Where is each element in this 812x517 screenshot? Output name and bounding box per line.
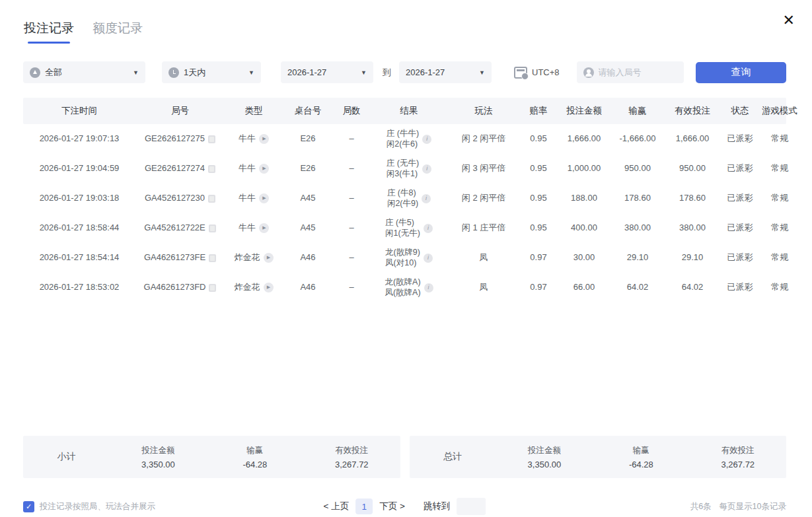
close-icon[interactable]: ✕ xyxy=(783,13,795,28)
merge-checkbox[interactable] xyxy=(23,501,34,512)
cell-time: 2026-01-27 19:03:18 xyxy=(23,193,135,203)
header-winloss: 输赢 xyxy=(610,106,665,117)
round-id: GE2626127275 xyxy=(145,133,205,144)
date-from-select[interactable]: 2026-1-27 xyxy=(281,61,373,83)
tab-betting-records[interactable]: 投注记录 xyxy=(24,20,74,44)
cell-time: 2026-01-27 18:53:02 xyxy=(23,282,135,293)
result-text: 庄 (牛5) 闲1(无牛) xyxy=(385,218,420,238)
current-page[interactable]: 1 xyxy=(355,499,373,514)
table-row: 2026-01-27 18:54:14 GA46261273FE 炸金花 A46… xyxy=(23,243,786,273)
footer-bar: 投注记录按照局、玩法合并展示 < 上页 1 下页 > 跳转到 共6条 每页显示1… xyxy=(23,497,786,516)
chevron-down-icon xyxy=(128,69,139,76)
total-bet-value: 3,350.00 xyxy=(496,460,593,469)
table-header: 下注时间 局号 类型 桌台号 局数 结果 玩法 赔率 投注金额 输赢 有效投注 … xyxy=(23,98,786,124)
prev-page-button[interactable]: < 上页 xyxy=(324,500,350,512)
tab-quota-records[interactable]: 额度记录 xyxy=(92,20,143,44)
play-video-icon[interactable] xyxy=(264,283,274,293)
header-type: 类型 xyxy=(225,106,283,117)
timezone-control[interactable]: UTC+8 xyxy=(514,67,560,79)
cell-play: 闲 3 闲平倍 xyxy=(448,163,519,174)
cell-odds: 0.97 xyxy=(519,252,558,263)
header-odds: 赔率 xyxy=(519,106,558,117)
cell-mode: 常规 xyxy=(760,193,799,203)
summary-bar: 小计 投注金额 3,350.00 输赢 -64.28 有效投注 3,267.72… xyxy=(23,436,786,478)
next-page-button[interactable]: 下页 > xyxy=(379,500,405,512)
copy-icon[interactable] xyxy=(208,195,215,203)
subtotal-bet-label: 投注金额 xyxy=(110,445,206,456)
result-text: 庄 (牛8) 闲2(牛9) xyxy=(387,188,418,209)
cell-table: A46 xyxy=(283,252,333,263)
cell-round: GA4526127230 xyxy=(135,193,225,203)
cell-result: 庄 (无牛) 闲3(牛1) xyxy=(370,158,448,179)
subtotal-winloss-label: 输赢 xyxy=(207,445,303,456)
time-range-select[interactable]: 1天内 xyxy=(162,61,261,83)
subtotal-valid-label: 有效投注 xyxy=(303,445,400,456)
subtotal-bet-value: 3,350.00 xyxy=(110,460,206,469)
total-winloss: 输赢 -64.28 xyxy=(593,445,689,469)
info-icon[interactable] xyxy=(424,254,433,263)
info-icon[interactable] xyxy=(422,194,431,203)
copy-icon[interactable] xyxy=(209,224,216,232)
game-type-value: 全部 xyxy=(45,67,62,79)
info-icon[interactable] xyxy=(422,135,431,144)
subtotal-winloss-value: -64.28 xyxy=(207,460,303,469)
to-label: 到 xyxy=(383,67,391,79)
play-video-icon[interactable] xyxy=(259,193,269,203)
cell-rounds: – xyxy=(333,282,370,293)
query-button[interactable]: 查询 xyxy=(696,62,786,83)
total-winloss-label: 输赢 xyxy=(593,445,689,456)
cell-result: 龙(散牌9) 凤(对10) xyxy=(370,248,448,268)
merge-checkbox-label: 投注记录按照局、玩法合并展示 xyxy=(40,501,155,512)
info-icon[interactable] xyxy=(424,224,433,233)
cell-bet: 1,000.00 xyxy=(558,163,610,174)
cell-odds: 0.95 xyxy=(519,133,558,144)
cell-table: E26 xyxy=(283,163,333,174)
copy-icon[interactable] xyxy=(209,254,216,262)
cell-round: GA46261273FE xyxy=(135,252,225,263)
date-to-select[interactable]: 2026-1-27 xyxy=(399,61,492,83)
info-icon[interactable] xyxy=(422,164,431,174)
play-video-icon[interactable] xyxy=(259,134,269,144)
cell-odds: 0.97 xyxy=(519,282,558,293)
game-type: 牛牛 xyxy=(239,163,256,174)
cell-bet: 1,666.00 xyxy=(558,133,610,144)
cell-mode: 常规 xyxy=(760,282,799,293)
cell-play: 闲 2 闲平倍 xyxy=(448,193,519,203)
play-video-icon[interactable] xyxy=(259,223,269,233)
result-text: 龙(散牌A) 凤(散牌A) xyxy=(385,277,420,298)
cell-winloss: 178.60 xyxy=(610,193,665,203)
play-video-icon[interactable] xyxy=(264,253,274,263)
cell-mode: 常规 xyxy=(760,223,799,233)
game-type-select[interactable]: 全部 xyxy=(23,61,145,83)
copy-icon[interactable] xyxy=(208,135,215,143)
cell-play: 闲 1 庄平倍 xyxy=(448,223,519,233)
cell-bet: 66.00 xyxy=(558,282,610,293)
cell-status: 已派彩 xyxy=(720,252,760,263)
round-id: GA452612722E xyxy=(144,223,205,233)
round-search-input[interactable] xyxy=(599,67,677,77)
cell-type: 牛牛 xyxy=(225,193,283,203)
play-video-icon[interactable] xyxy=(259,164,269,174)
subtotal-winloss: 输赢 -64.28 xyxy=(207,445,303,469)
jump-page-input[interactable] xyxy=(457,498,486,515)
copy-icon[interactable] xyxy=(208,165,215,173)
total-valid: 有效投注 3,267.72 xyxy=(690,445,786,469)
copy-icon[interactable] xyxy=(209,284,216,292)
jump-group: 跳转到 xyxy=(424,498,486,515)
cell-valid: 29.10 xyxy=(665,252,720,263)
cell-table: E26 xyxy=(283,133,333,144)
total-valid-label: 有效投注 xyxy=(690,445,786,456)
info-icon[interactable] xyxy=(424,283,433,293)
betting-table: 下注时间 局号 类型 桌台号 局数 结果 玩法 赔率 投注金额 输赢 有效投注 … xyxy=(23,98,786,302)
header-play: 玩法 xyxy=(448,106,519,117)
cell-result: 庄 (牛牛) 闲2(牛6) xyxy=(370,129,448,149)
cell-mode: 常规 xyxy=(760,252,799,263)
header-bet: 投注金额 xyxy=(558,106,610,117)
round-icon xyxy=(583,67,594,78)
cell-play: 闲 2 闲平倍 xyxy=(448,133,519,144)
table-row: 2026-01-27 19:04:59 GE2626127274 牛牛 E26 … xyxy=(23,154,786,184)
cell-round: GA452612722E xyxy=(135,223,225,233)
cell-play: 凤 xyxy=(448,252,519,263)
cell-round: GE2626127274 xyxy=(135,163,225,174)
chevron-down-icon xyxy=(474,69,485,76)
